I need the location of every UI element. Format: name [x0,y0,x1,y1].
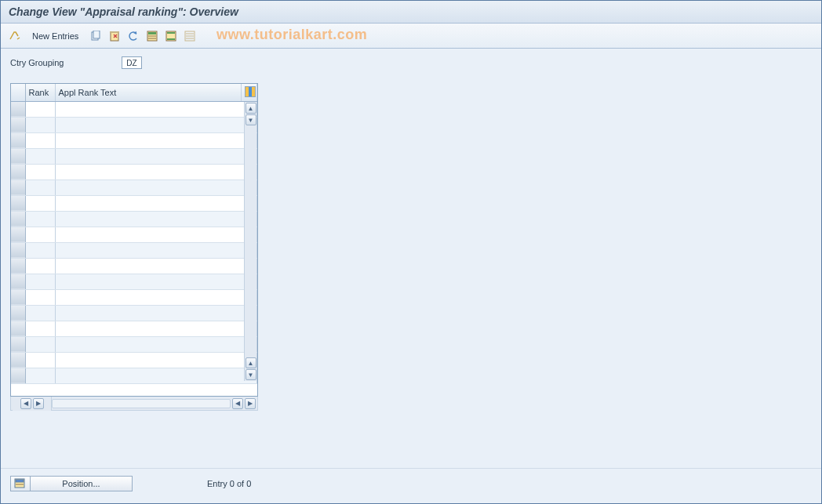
ctry-grouping-input[interactable] [122,56,142,69]
row-selector[interactable] [11,336,25,352]
position-icon-button[interactable] [10,476,31,491]
rank-cell[interactable] [25,227,55,242]
delete-icon[interactable] [107,28,122,44]
text-cell[interactable] [55,289,257,305]
col-select-header[interactable] [11,84,25,101]
col-rank-header[interactable]: Rank [25,84,55,101]
text-cell[interactable] [55,352,257,368]
row-selector[interactable] [11,305,25,321]
text-cell[interactable] [55,321,257,336]
text-cell[interactable] [55,164,257,179]
scroll-left-icon[interactable]: ◀ [232,398,243,409]
row-selector[interactable] [11,242,25,258]
table-row[interactable] [11,211,257,227]
table-config-icon[interactable] [245,86,256,97]
text-cell[interactable] [55,305,257,321]
rank-cell[interactable] [25,258,55,274]
row-selector[interactable] [11,179,25,195]
row-selector[interactable] [11,211,25,227]
row-selector[interactable] [11,132,25,148]
row-selector[interactable] [11,352,25,368]
new-entries-button[interactable]: New Entries [26,30,85,42]
undo-icon[interactable] [125,28,141,44]
scroll-up-icon[interactable]: ▲ [246,103,256,114]
scroll-track[interactable] [52,399,231,408]
table-row[interactable] [11,117,257,132]
vertical-scrollbar[interactable]: ▲ ▼ ▲ ▼ [244,102,256,381]
table-row[interactable] [11,305,257,321]
col-text-header[interactable]: Appl Rank Text [55,84,242,101]
table-row[interactable] [11,274,257,289]
rank-cell[interactable] [25,164,55,179]
table-row[interactable] [11,227,257,242]
rank-cell[interactable] [25,132,55,148]
row-selector[interactable] [11,195,25,211]
scroll-right-fixed-icon[interactable]: ▶ [33,398,44,409]
rank-cell[interactable] [25,336,55,352]
row-selector[interactable] [11,321,25,336]
scroll-down-icon[interactable]: ▼ [246,369,256,380]
select-block-icon[interactable] [163,28,179,44]
scroll-page-down-icon[interactable]: ▲ [246,357,256,368]
text-cell[interactable] [55,336,257,352]
rank-cell[interactable] [25,305,55,321]
text-cell[interactable] [55,227,257,242]
copy-as-icon[interactable] [88,28,104,44]
rank-cell[interactable] [25,242,55,258]
rank-cell[interactable] [25,211,55,227]
text-cell[interactable] [55,258,257,274]
rank-cell[interactable] [25,179,55,195]
table-row[interactable] [11,101,257,117]
text-cell[interactable] [55,101,257,117]
rank-cell[interactable] [25,274,55,289]
text-cell[interactable] [55,132,257,148]
horizontal-scrollbar[interactable]: ◀ ▶ ◀ ▶ [10,397,258,411]
scroll-left-fixed-icon[interactable]: ◀ [20,398,31,409]
table-row[interactable] [11,132,257,148]
text-cell[interactable] [55,242,257,258]
row-selector[interactable] [11,274,25,289]
table-row[interactable] [11,368,257,383]
text-cell[interactable] [55,179,257,195]
position-button[interactable]: Position... [31,476,133,491]
text-cell[interactable] [55,148,257,164]
table-row[interactable] [11,321,257,336]
scroll-page-up-icon[interactable]: ▼ [246,114,256,125]
table-row[interactable] [11,352,257,368]
table-row[interactable] [11,242,257,258]
rank-cell[interactable] [25,368,55,383]
rank-cell[interactable] [25,289,55,305]
rank-cell[interactable] [25,117,55,132]
svg-rect-1 [93,31,100,38]
table-row[interactable] [11,148,257,164]
toggle-display-icon[interactable] [7,28,23,44]
text-cell[interactable] [55,195,257,211]
row-selector[interactable] [11,117,25,132]
rank-cell[interactable] [25,352,55,368]
scroll-right-icon[interactable]: ▶ [245,398,256,409]
table-row[interactable] [11,164,257,179]
row-selector[interactable] [11,164,25,179]
row-selector[interactable] [11,368,25,383]
table-row[interactable] [11,195,257,211]
table-row[interactable] [11,258,257,274]
row-selector[interactable] [11,289,25,305]
rank-cell[interactable] [25,148,55,164]
row-selector[interactable] [11,101,25,117]
row-selector[interactable] [11,227,25,242]
text-cell[interactable] [55,211,257,227]
rank-cell[interactable] [25,101,55,117]
row-selector[interactable] [11,258,25,274]
row-selector[interactable] [11,148,25,164]
select-all-icon[interactable] [144,28,160,44]
col-config-header[interactable] [242,84,257,101]
rank-cell[interactable] [25,321,55,336]
text-cell[interactable] [55,368,257,383]
table-row[interactable] [11,289,257,305]
table-row[interactable] [11,336,257,352]
deselect-all-icon[interactable] [182,28,198,44]
table-row[interactable] [11,179,257,195]
text-cell[interactable] [55,274,257,289]
rank-cell[interactable] [25,195,55,211]
text-cell[interactable] [55,117,257,132]
